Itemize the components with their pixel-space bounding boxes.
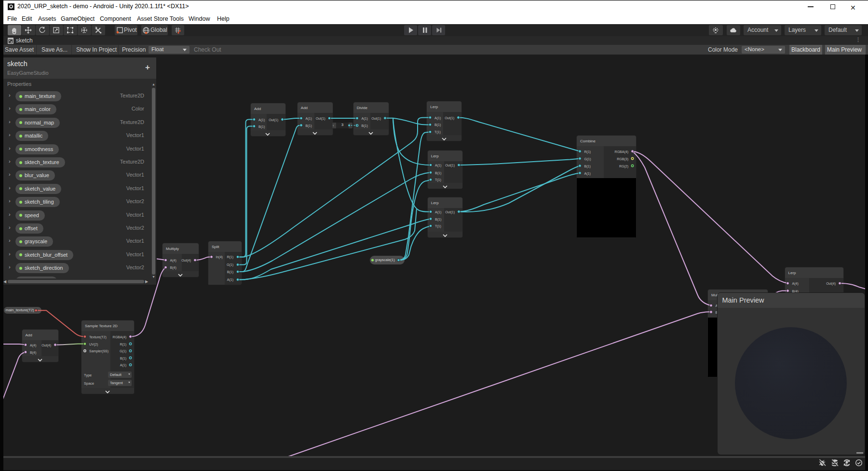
svg-text:B(4): B(4)	[170, 266, 176, 270]
svg-text:G(1): G(1)	[120, 349, 126, 353]
svg-text:A(4): A(4)	[792, 282, 799, 286]
svg-text:T(1): T(1)	[435, 224, 441, 228]
svg-text:A(1): A(1)	[584, 172, 591, 176]
svg-text:Out(1): Out(1)	[445, 210, 455, 214]
svg-text:In(4): In(4)	[216, 255, 223, 259]
svg-text:G(1): G(1)	[584, 157, 591, 161]
svg-text:Texture(T2): Texture(T2)	[89, 335, 107, 339]
svg-text:UV(2): UV(2)	[89, 343, 98, 346]
svg-text:B(1): B(1)	[435, 218, 441, 222]
svg-text:B(1): B(1)	[120, 357, 126, 360]
svg-text:Out(1): Out(1)	[316, 117, 326, 121]
svg-text:Sampler(SS): Sampler(SS)	[89, 349, 108, 353]
svg-text:A(1): A(1)	[362, 117, 368, 121]
svg-text:G(1): G(1)	[227, 263, 233, 267]
svg-text:A(1): A(1)	[258, 118, 265, 122]
svg-text:A(1): A(1)	[435, 164, 441, 167]
svg-text:RG(2): RG(2)	[619, 165, 628, 168]
svg-text:T(1): T(1)	[434, 130, 441, 134]
svg-text:B(4): B(4)	[30, 351, 36, 355]
svg-text:Out(1): Out(1)	[445, 164, 455, 167]
svg-text:B(1): B(1)	[306, 124, 312, 128]
svg-text:Out(4): Out(4)	[826, 282, 836, 286]
svg-text:RGBA(4): RGBA(4)	[615, 150, 628, 154]
svg-text:B(1): B(1)	[434, 123, 441, 127]
svg-text:R(1): R(1)	[120, 343, 126, 346]
svg-text:R(1): R(1)	[584, 150, 591, 154]
svg-text:A(4): A(4)	[30, 344, 36, 347]
svg-text:Out(1): Out(1)	[269, 118, 278, 122]
svg-text:A(1): A(1)	[227, 278, 233, 282]
svg-text:Out(1): Out(1)	[371, 117, 381, 121]
svg-text:A(1): A(1)	[120, 363, 126, 367]
svg-text:RGB(3): RGB(3)	[617, 157, 628, 161]
svg-text:Out(4): Out(4)	[41, 344, 51, 347]
svg-text:B(1): B(1)	[362, 124, 368, 128]
svg-text:A(1): A(1)	[306, 117, 312, 121]
svg-text:T(1): T(1)	[435, 178, 441, 182]
svg-text:B(1): B(1)	[435, 171, 441, 175]
svg-text:A(1): A(1)	[435, 210, 441, 214]
svg-text:A(1): A(1)	[434, 116, 441, 120]
svg-text:B(1): B(1)	[258, 125, 265, 129]
svg-text:RGBA(4): RGBA(4)	[113, 335, 126, 339]
svg-text:R(1): R(1)	[227, 255, 233, 259]
svg-text:Out(4): Out(4)	[181, 259, 191, 263]
svg-text:Out(1): Out(1)	[445, 116, 454, 120]
svg-text:A(4): A(4)	[170, 259, 176, 263]
svg-text:B(1): B(1)	[227, 270, 233, 274]
svg-text:B(1): B(1)	[584, 165, 591, 168]
